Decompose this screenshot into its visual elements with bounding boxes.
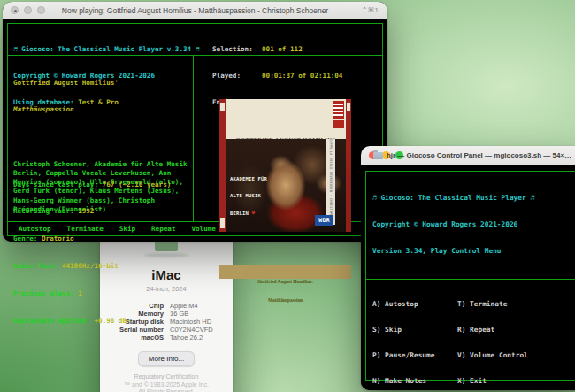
heart-icon: ♥ [252, 211, 256, 217]
app-title: ♬ Giocoso: The Classical Music Player v.… [13, 45, 212, 54]
more-info-button[interactable]: More Info... [138, 351, 195, 366]
menu-item-repeat[interactable]: Repeat [151, 225, 175, 233]
album-art: GOTTFRIED AUGUST HOMILIUS MATTHÄUSPASSIO… [219, 65, 351, 211]
control-window-title: hjr — Giocoso Control Panel — mgiocoso3.… [361, 151, 575, 159]
control-frame: ♬ Giocoso: The Classical Music Player ♬ … [365, 171, 575, 381]
album-side-credits: CAPPELLA VOCALE LEVERKUSEN · CHRISTOPH P… [326, 139, 335, 225]
album-art-column: GOTTFRIED AUGUST HOMILIUS MATTHÄUSPASSIO… [194, 56, 382, 221]
album-spine-left [219, 99, 226, 232]
folder-icon [373, 152, 383, 159]
stat-genre: Genre: Oratorio [13, 234, 188, 243]
player-terminal-window: Now playing: Gottfried August Homilius -… [3, 2, 387, 242]
player-window-title: Now playing: Gottfried August Homilius -… [3, 6, 387, 15]
album-painting: CAPPELLA VOCALE LEVERKUSEN · CHRISTOPH P… [226, 139, 346, 232]
stat-previous-plays: Previous plays: 1 [13, 289, 188, 298]
berlin-classics-logo [333, 101, 344, 119]
player-terminal-content: ♬ Giocoso: The Classical Music Player v.… [3, 19, 387, 242]
stat-days-since: Days since last play: 767 (~2.10 years) [13, 181, 188, 189]
album-title-band: GOTTFRIED AUGUST HOMILIUS MATTHÄUSPASSIO… [226, 99, 346, 139]
selection-line: Selection:001 of 112 [212, 45, 382, 54]
menu-item-terminate[interactable]: Terminate [67, 225, 104, 233]
edel-classics-logo [333, 120, 344, 128]
menu-option-row: S) SkipR) Repeat [372, 326, 572, 334]
control-main: A) AutostopT) Terminate S) SkipR) Repeat… [366, 280, 575, 392]
menu-item-skip[interactable]: Skip [119, 225, 135, 233]
wdr-logo: WDR [315, 215, 334, 226]
album-cover-image: GOTTFRIED AUGUST HOMILIUS MATTHÄUSPASSIO… [219, 99, 351, 232]
akademie-label: AKADEMIE FÜR ALTE MUSIK BERLIN ♥ [230, 165, 286, 228]
player-main: Gottfried August Homilius' Matthäuspassi… [8, 56, 382, 221]
menu-option-row: A) AutostopT) Terminate [372, 300, 572, 309]
control-titlebar[interactable]: hjr — Giocoso Control Panel — mgiocoso3.… [361, 146, 575, 165]
player-status: Selection:001 of 112 Played:00:01:37 of … [212, 27, 382, 55]
stat-replaygain: ReplayGain Applied: +0.98 dB~ [13, 317, 188, 326]
desktop: { "player": { "titlebar": { "title": "No… [0, 0, 575, 392]
stat-recording-year: Recording Year: 1992 [13, 207, 188, 216]
control-header: ♬ Giocoso: The Classical Music Player ♬ … [366, 172, 575, 280]
control-panel-window: hjr — Giocoso Control Panel — mgiocoso3.… [361, 146, 575, 390]
menu-item-volume[interactable]: Volume [191, 225, 215, 233]
stats-block: Days since last play: 767 (~2.10 years) … [8, 158, 193, 348]
apple-copyright: ™ and © 1983-2025 Apple Inc. All Rights … [100, 381, 233, 392]
stat-audio-tech: Audio Tech: 44100Hz/16-bit [13, 262, 188, 271]
now-playing-column: Gottfried August Homilius' Matthäuspassi… [8, 56, 194, 221]
menu-item-autostop[interactable]: Autostop [19, 225, 51, 233]
composer-line: Gottfried August Homilius' [13, 79, 188, 88]
control-terminal-content: ♬ Giocoso: The Classical Music Player ♬ … [361, 165, 575, 390]
window-shortcut-badge: ⌃⌘1 [362, 6, 379, 14]
album-caption: Gottfried August Homilius: Matthäuspassi… [219, 265, 351, 279]
menu-option-row: N) Make NotesX) Exit [372, 377, 572, 386]
now-playing-block: Gottfried August Homilius' Matthäuspassi… [8, 56, 193, 158]
menu-option-row: P) Pause/ResumeV) Volume Control [372, 351, 572, 360]
regulatory-certification-link[interactable]: Regulatory Certification [100, 373, 233, 380]
player-app-info: ♬ Giocoso: The Classical Music Player v.… [8, 27, 212, 55]
work-title-line: Matthäuspassion [13, 105, 188, 114]
player-header: ♬ Giocoso: The Classical Music Player v.… [8, 24, 382, 56]
player-titlebar[interactable]: Now playing: Gottfried August Homilius -… [3, 2, 387, 19]
player-frame: ♬ Giocoso: The Classical Music Player v.… [7, 23, 383, 236]
